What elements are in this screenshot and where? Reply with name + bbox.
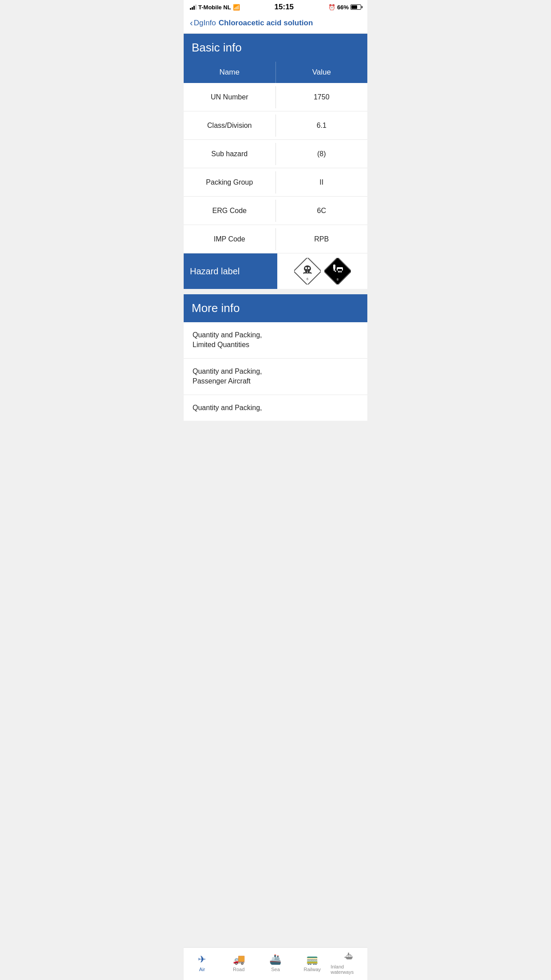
row-sub-hazard-value: (8): [276, 143, 368, 165]
svg-rect-18: [339, 271, 340, 273]
carrier-label: T-Mobile NL: [198, 4, 231, 11]
hazard-label-name: Hazard label: [184, 253, 277, 289]
content-scroll: Basic info Name Value UN Number 1750 Cla…: [184, 34, 367, 456]
battery-icon: [350, 4, 361, 10]
row-class-division-value: 6.1: [276, 115, 368, 137]
list-item[interactable]: Quantity and Packing,: [184, 395, 367, 421]
time-label: 15:15: [275, 3, 294, 12]
status-bar: T-Mobile NL 📶 15:15 ⏰ 66%: [184, 0, 367, 13]
svg-point-14: [335, 271, 336, 272]
svg-point-13: [333, 269, 335, 271]
more-info-list: Quantity and Packing,Limited Quantities …: [184, 322, 367, 421]
row-packing-group-name: Packing Group: [184, 171, 276, 194]
svg-rect-3: [308, 271, 310, 273]
alarm-icon: ⏰: [328, 4, 335, 11]
nav-bar: ‹ DgInfo Chloroacetic acid solution: [184, 13, 367, 34]
table-row: ERG Code 6C: [184, 197, 367, 225]
table-row: Sub hazard (8): [184, 140, 367, 168]
svg-text:6: 6: [307, 277, 308, 281]
row-sub-hazard-name: Sub hazard: [184, 143, 276, 165]
row-un-number-name: UN Number: [184, 86, 276, 108]
back-arrow-icon: ‹: [190, 18, 193, 28]
status-right: ⏰ 66%: [328, 4, 361, 11]
basic-info-header: Basic info: [184, 34, 367, 62]
svg-text:8: 8: [337, 278, 338, 281]
table-row: UN Number 1750: [184, 83, 367, 111]
row-erg-code-value: 6C: [276, 200, 368, 222]
svg-point-1: [304, 265, 311, 272]
row-imp-code-value: RPB: [276, 228, 368, 250]
col-header-name: Name: [184, 62, 276, 83]
signal-bars-icon: [190, 4, 197, 10]
row-erg-code-name: ERG Code: [184, 200, 276, 222]
more-info-header: More info: [184, 294, 367, 322]
table-header: Name Value: [184, 62, 367, 83]
battery-percent: 66%: [337, 4, 349, 11]
hazard-diamond-8-icon: 8: [324, 258, 351, 285]
svg-point-5: [307, 267, 309, 269]
svg-rect-2: [305, 271, 307, 273]
svg-rect-19: [341, 271, 342, 273]
table-row: Packing Group II: [184, 168, 367, 197]
row-packing-group-value: II: [276, 171, 368, 194]
hazard-diamond-6-icon: 6: [294, 258, 321, 285]
basic-info-table: UN Number 1750 Class/Division 6.1 Sub ha…: [184, 83, 367, 289]
table-row: Class/Division 6.1: [184, 111, 367, 140]
svg-rect-12: [333, 265, 335, 269]
status-left: T-Mobile NL 📶: [190, 4, 240, 11]
row-imp-code-name: IMP Code: [184, 228, 276, 250]
hazard-label-value: 6: [277, 253, 367, 289]
wifi-icon: 📶: [233, 4, 240, 11]
row-un-number-value: 1750: [276, 86, 368, 108]
back-button[interactable]: ‹ DgInfo: [190, 18, 216, 28]
page-title: Chloroacetic acid solution: [219, 19, 313, 28]
col-header-value: Value: [276, 62, 368, 83]
svg-rect-17: [338, 271, 339, 273]
row-class-division-name: Class/Division: [184, 115, 276, 137]
hazard-label-row: Hazard label: [184, 253, 367, 289]
list-item[interactable]: Quantity and Packing,Limited Quantities: [184, 322, 367, 359]
list-item[interactable]: Quantity and Packing,Passenger Aircraft: [184, 359, 367, 395]
svg-point-4: [305, 267, 307, 269]
table-row: IMP Code RPB: [184, 225, 367, 253]
back-label: DgInfo: [194, 19, 216, 28]
